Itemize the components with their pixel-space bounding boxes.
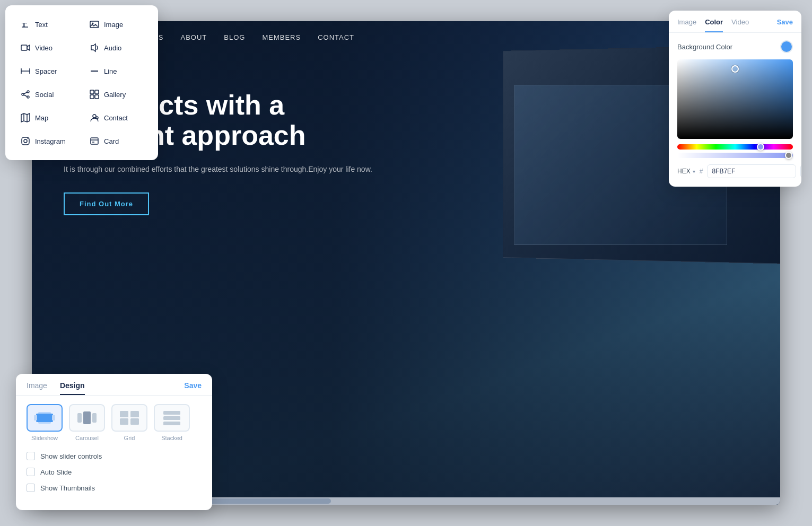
svg-rect-35 [83, 411, 91, 424]
element-contact[interactable]: Contact [83, 107, 150, 128]
stacked-icon-box [154, 404, 190, 432]
opacity-slider[interactable] [677, 153, 793, 158]
hex-format-label: HEX [677, 168, 691, 175]
element-card-label: Card [104, 137, 119, 145]
design-panel-header: Image Design Save [16, 374, 212, 396]
opacity-slider-wrap [677, 153, 793, 158]
nav-item-blog[interactable]: BLOG [224, 33, 245, 41]
svg-rect-40 [130, 418, 139, 425]
layout-options: Slideshow Carousel [27, 404, 202, 441]
element-spacer[interactable]: Spacer [14, 60, 81, 82]
grid-label: Grid [124, 435, 135, 441]
checkbox-thumbnails-label: Show Thumbnails [40, 484, 95, 492]
color-panel-body: Background Color HEX ▾ # [669, 33, 801, 187]
svg-rect-18 [95, 95, 99, 99]
element-spacer-label: Spacer [35, 67, 57, 75]
element-social[interactable]: Social [14, 84, 81, 105]
color-save-button[interactable]: Save [777, 18, 793, 32]
design-tab-image[interactable]: Image [27, 381, 47, 395]
svg-marker-5 [91, 44, 95, 51]
svg-rect-27 [91, 138, 98, 144]
opacity-value-input[interactable] [800, 164, 801, 178]
carousel-icon-box [69, 404, 105, 432]
element-card[interactable]: Card [83, 130, 150, 152]
nav-item-about[interactable]: ABOUT [181, 33, 207, 41]
checkbox-slider-controls-input[interactable] [27, 452, 35, 460]
layout-slideshow[interactable]: Slideshow [27, 404, 63, 441]
slideshow-label: Slideshow [31, 435, 58, 441]
element-map[interactable]: Map [14, 107, 81, 128]
layout-carousel[interactable]: Carousel [69, 404, 105, 441]
layout-grid[interactable]: Grid [111, 404, 147, 441]
element-map-label: Map [35, 114, 48, 122]
hex-row: HEX ▾ # [677, 164, 793, 178]
hero-cta-button[interactable]: Find Out More [64, 192, 149, 215]
element-line-label: Line [104, 67, 117, 75]
opacity-thumb[interactable] [785, 152, 792, 159]
stacked-label: Stacked [161, 435, 182, 441]
color-tab-image[interactable]: Image [677, 18, 696, 32]
rainbow-slider-wrap [677, 144, 793, 150]
color-panel: Image Color Video Save Background Color … [669, 11, 801, 187]
audio-icon [89, 42, 100, 53]
nav-item-members[interactable]: MEMBERS [262, 33, 301, 41]
color-picker-gradient[interactable] [677, 59, 793, 139]
element-text[interactable]: T Text [14, 14, 81, 35]
hex-value-input[interactable] [707, 164, 796, 178]
svg-line-14 [24, 95, 27, 97]
svg-point-23 [96, 117, 98, 119]
element-contact-label: Contact [104, 114, 128, 122]
svg-rect-33 [52, 415, 55, 420]
svg-marker-19 [21, 113, 30, 122]
color-tab-video[interactable]: Video [731, 18, 749, 32]
svg-point-12 [27, 96, 29, 98]
background-color-label: Background Color [677, 43, 732, 51]
color-picker-cursor [731, 65, 739, 73]
svg-rect-42 [163, 416, 180, 420]
element-instagram[interactable]: Instagram [14, 130, 81, 152]
spacer-icon [20, 66, 31, 76]
checkbox-auto-slide: Auto Slide [27, 468, 202, 476]
checkbox-thumbnails-input[interactable] [27, 484, 35, 492]
map-icon [20, 112, 31, 123]
nav-item-contact[interactable]: CONTACT [318, 33, 354, 41]
element-audio[interactable]: Audio [83, 37, 150, 58]
svg-rect-41 [163, 411, 180, 415]
color-swatch[interactable] [780, 40, 793, 53]
hero-description: It is through our combined efforts that … [64, 163, 392, 175]
element-video-label: Video [35, 44, 53, 52]
svg-rect-4 [21, 45, 27, 50]
element-gallery[interactable]: Gallery [83, 84, 150, 105]
svg-point-10 [22, 93, 24, 95]
gallery-icon [89, 89, 100, 100]
svg-rect-17 [90, 95, 94, 99]
design-tab-design[interactable]: Design [60, 381, 85, 395]
design-panel-body: Slideshow Carousel [16, 396, 212, 510]
contact-icon [89, 112, 100, 123]
element-line[interactable]: Line [83, 60, 150, 82]
element-video[interactable]: Video [14, 37, 81, 58]
svg-rect-43 [163, 422, 180, 425]
svg-rect-37 [120, 411, 128, 417]
svg-rect-39 [120, 418, 128, 425]
svg-rect-15 [90, 90, 94, 94]
element-audio-label: Audio [104, 44, 121, 52]
carousel-label: Carousel [75, 435, 99, 441]
grid-icon-box [111, 404, 147, 432]
element-gallery-label: Gallery [104, 91, 126, 99]
hex-hash: # [700, 168, 703, 175]
rainbow-slider[interactable] [677, 144, 793, 150]
element-image[interactable]: Image [83, 14, 150, 35]
hex-format-selector[interactable]: HEX ▾ [677, 168, 695, 175]
design-save-button[interactable]: Save [184, 381, 202, 395]
rainbow-thumb[interactable] [757, 143, 764, 151]
checkbox-auto-slide-label: Auto Slide [40, 468, 72, 476]
checkbox-auto-slide-input[interactable] [27, 468, 35, 476]
element-social-label: Social [35, 91, 54, 99]
layout-stacked[interactable]: Stacked [154, 404, 190, 441]
svg-point-11 [27, 91, 29, 93]
text-icon: T [20, 19, 31, 30]
svg-rect-32 [34, 415, 37, 420]
svg-rect-31 [36, 414, 53, 422]
color-tab-color[interactable]: Color [705, 18, 723, 32]
